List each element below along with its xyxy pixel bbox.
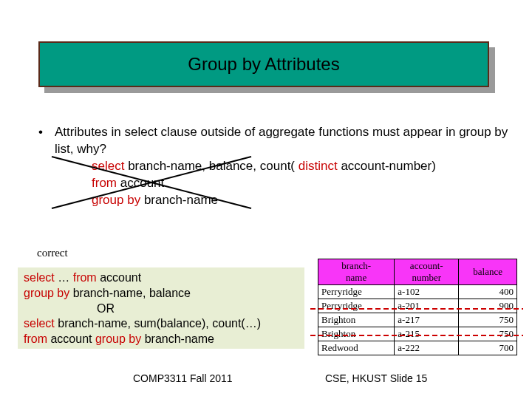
table-cell: Brighton (318, 327, 395, 341)
correct-label: correct (37, 247, 68, 259)
txt: , count( (253, 159, 298, 173)
correct-sql-box: select … from account group by branch-na… (18, 267, 304, 349)
kw-from: from (92, 176, 117, 190)
bullet-text: Attributes in select clause outside of a… (55, 124, 511, 158)
table-cell: a-201 (395, 299, 459, 313)
table-cell: a-102 (395, 285, 459, 299)
table-cell: Perryridge (318, 299, 395, 313)
txt: balance (209, 159, 253, 173)
col-account: account- number (395, 259, 459, 285)
txt: branch-name, sum(balance), count(…) (55, 317, 261, 330)
table-cell: a-222 (395, 341, 459, 355)
table-cell: Redwood (318, 341, 395, 355)
kw-groupby3: group by (95, 332, 141, 345)
table-cell: Perryridge (318, 285, 395, 299)
txt: branch-name (141, 332, 214, 345)
or-text: OR (24, 301, 299, 317)
txt: branch-name (140, 193, 218, 207)
txt: account (47, 332, 95, 345)
table-cell: a-215 (395, 327, 459, 341)
txt: account (97, 271, 141, 284)
table-cell: 400 (459, 285, 517, 299)
txt: … (55, 271, 73, 284)
account-table-wrap: branch- name account- number balance Per… (318, 259, 517, 355)
kw-distinct: distinct (299, 159, 338, 173)
footer-left: COMP3311 Fall 2011 (133, 372, 233, 384)
txt: branch-name, balance (69, 287, 191, 299)
table-cell: 700 (459, 341, 517, 355)
table-row: Redwooda-222700 (318, 341, 517, 355)
slide-title: Group by Attributes (188, 54, 339, 75)
table-cell: a-217 (395, 313, 459, 327)
kw-groupby: group by (92, 193, 140, 207)
table-body: Perryridgea-102400Perryridgea-201900Brig… (318, 285, 517, 355)
txt: account-number) (338, 159, 436, 173)
table-row: Perryridgea-102400 (318, 285, 517, 299)
table-cell: Brighton (318, 313, 395, 327)
kw-from3: from (24, 332, 47, 345)
table-cell: 750 (459, 313, 517, 327)
main-bullet: • Attributes in select clause outside of… (38, 124, 511, 209)
col-balance: balance (459, 259, 517, 285)
kw-groupby2: group by (24, 287, 69, 299)
bullet-dot: • (38, 124, 55, 158)
table-header-row: branch- name account- number balance (318, 259, 517, 285)
kw-select2: select (24, 271, 55, 284)
kw-from2: from (73, 271, 97, 284)
table-cell: 900 (459, 299, 517, 313)
table-cell: 750 (459, 327, 517, 341)
txt: account (117, 176, 164, 190)
kw-select3: select (24, 317, 55, 330)
table-row: Brightona-215750 (318, 327, 517, 341)
kw-select: select (92, 159, 124, 173)
table-row: Perryridgea-201900 (318, 299, 517, 313)
footer-right: CSE, HKUST Slide 15 (325, 372, 427, 384)
txt: branch-name, (124, 159, 208, 173)
wrong-sql: select branch-name, balance, count( dist… (92, 158, 511, 209)
title-bar: Group by Attributes (38, 41, 489, 87)
account-table: branch- name account- number balance Per… (318, 259, 517, 355)
col-branch: branch- name (318, 259, 395, 285)
table-row: Brightona-217750 (318, 313, 517, 327)
